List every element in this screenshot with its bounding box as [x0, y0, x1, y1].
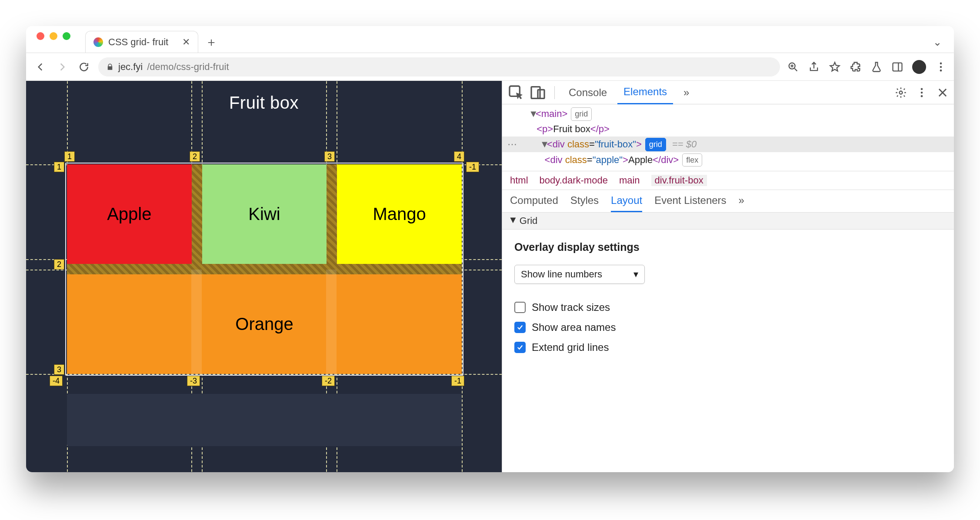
svg-point-11 [921, 95, 923, 97]
toolbar-icons [787, 60, 947, 74]
titlebar: CSS grid- fruit ✕ ＋ ⌄ [26, 26, 954, 53]
overlay-settings-heading: Overlay display settings [514, 241, 942, 253]
crumb[interactable]: main [619, 175, 640, 186]
svg-point-3 [940, 66, 942, 68]
subtabs-overflow-icon[interactable]: » [739, 194, 744, 212]
svg-point-10 [921, 91, 923, 93]
tab-console[interactable]: Console [563, 81, 613, 104]
svg-rect-6 [531, 87, 540, 98]
subtab-styles[interactable]: Styles [570, 194, 599, 212]
subtab-layout[interactable]: Layout [611, 194, 642, 212]
svg-point-8 [900, 91, 903, 94]
inspect-icon[interactable] [507, 84, 525, 101]
back-button[interactable] [33, 60, 48, 74]
option-extend-lines[interactable]: Extend grid lines [514, 341, 942, 353]
page-heading: Fruit box [26, 81, 502, 130]
window-controls [32, 26, 70, 53]
minimize-window-button[interactable] [50, 32, 57, 40]
page-viewport: Fruit box Apple Kiwi Mango [26, 81, 502, 472]
layout-panel: Overlay display settings Show line numbe… [502, 230, 954, 373]
favicon-icon [93, 37, 103, 47]
option-area-names[interactable]: Show area names [514, 321, 942, 333]
close-devtools-icon[interactable] [937, 87, 949, 99]
extensions-icon[interactable] [850, 61, 862, 73]
crumb[interactable]: body.dark-mode [540, 175, 608, 186]
device-toggle-icon[interactable] [529, 84, 547, 101]
labs-icon[interactable] [870, 61, 883, 73]
subtab-computed[interactable]: Computed [510, 194, 558, 212]
tab-elements[interactable]: Elements [617, 81, 673, 104]
line-labels-select[interactable]: Show line numbers ▾ [514, 265, 645, 284]
close-tab-button[interactable]: ✕ [182, 37, 190, 48]
crumb[interactable]: html [510, 175, 528, 186]
cell-mango: Mango [337, 164, 462, 264]
cell-kiwi: Kiwi [202, 164, 327, 264]
breadcrumb[interactable]: html body.dark-mode main div.fruit-box [502, 171, 954, 190]
devtools-toolbar: Console Elements » [502, 81, 954, 104]
line-number: -4 [50, 376, 63, 386]
page-secondary-box [67, 394, 462, 446]
styles-subtabs: Computed Styles Layout Event Listeners » [502, 190, 954, 213]
address-bar: jec.fyi/demo/css-grid-fruit [26, 53, 954, 81]
reload-button[interactable] [77, 60, 91, 74]
line-number: 2 [190, 151, 200, 162]
omnibox[interactable]: jec.fyi/demo/css-grid-fruit [98, 57, 780, 77]
lock-icon [106, 63, 114, 71]
gear-icon[interactable] [895, 87, 907, 99]
maximize-window-button[interactable] [63, 32, 70, 40]
checkbox-checked[interactable] [514, 342, 526, 353]
svg-rect-7 [538, 90, 544, 98]
svg-point-2 [940, 62, 942, 64]
profile-avatar[interactable] [912, 60, 926, 74]
chevron-down-icon: ▾ [633, 269, 638, 280]
line-number: 1 [64, 151, 75, 162]
tab-strip: CSS grid- fruit ✕ ＋ [85, 31, 220, 53]
fruit-grid: Apple Kiwi Mango Orange 1 2 3 4 1 2 3 [67, 164, 462, 374]
dom-tree[interactable]: ▼<main>grid <p>Fruit box</p> ▼<div class… [502, 104, 954, 171]
browser-tab[interactable]: CSS grid- fruit ✕ [85, 31, 198, 53]
line-number: -1 [466, 162, 479, 172]
grid-section-header[interactable]: ▼Grid [502, 213, 954, 230]
forward-button[interactable] [55, 60, 70, 74]
new-tab-button[interactable]: ＋ [203, 33, 220, 51]
crumb-active[interactable]: div.fruit-box [651, 175, 707, 186]
tab-title: CSS grid- fruit [108, 37, 168, 48]
subtab-event-listeners[interactable]: Event Listeners [654, 194, 726, 212]
line-number: 3 [324, 151, 335, 162]
line-number: 4 [454, 151, 464, 162]
url-host: jec.fyi [118, 61, 143, 73]
svg-point-4 [940, 69, 942, 71]
checkbox-checked[interactable] [514, 322, 526, 333]
tabs-dropdown-button[interactable]: ⌄ [933, 36, 948, 53]
line-number: 1 [54, 162, 64, 172]
line-number: -2 [322, 376, 335, 386]
menu-icon[interactable] [935, 61, 947, 73]
line-number: -1 [451, 376, 464, 386]
zoom-icon[interactable] [787, 61, 799, 73]
line-number: 3 [54, 364, 64, 375]
svg-point-9 [921, 88, 923, 90]
side-panel-icon[interactable] [891, 61, 903, 73]
cell-orange: Orange [67, 274, 462, 374]
tabs-overflow-icon[interactable]: » [677, 81, 695, 104]
browser-window: CSS grid- fruit ✕ ＋ ⌄ jec.fyi/demo/css-g… [26, 26, 954, 472]
close-window-button[interactable] [37, 32, 44, 40]
line-number: -3 [187, 376, 200, 386]
share-icon[interactable] [808, 61, 820, 73]
kebab-menu-icon[interactable] [916, 87, 928, 99]
svg-rect-1 [893, 63, 902, 71]
dom-selected-node[interactable]: ▼<div class="fruit-box">grid== $0 [502, 137, 954, 152]
star-icon[interactable] [829, 61, 841, 73]
checkbox[interactable] [514, 302, 526, 313]
option-track-sizes[interactable]: Show track sizes [514, 301, 942, 313]
line-number: 2 [54, 259, 64, 270]
cell-apple: Apple [67, 164, 192, 264]
devtools-panel: Console Elements » ▼<main>grid <p>Fruit … [502, 81, 954, 472]
url-path: /demo/css-grid-fruit [147, 61, 229, 73]
